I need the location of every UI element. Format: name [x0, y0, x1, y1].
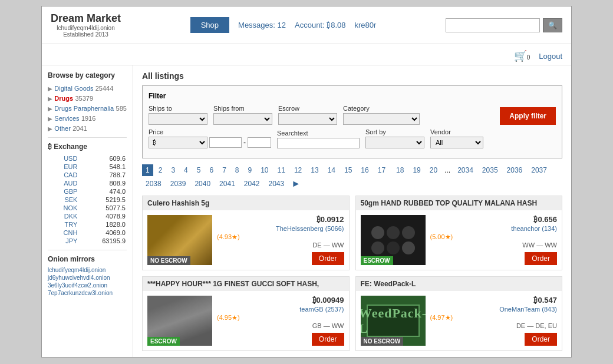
page-3[interactable]: 3: [167, 164, 179, 176]
cat-drugs-para-link[interactable]: Drugs Paraphernalia: [54, 105, 114, 112]
listing-title-1: Culero Hashish 5g: [143, 196, 349, 210]
order-button-1[interactable]: Order: [312, 252, 344, 265]
header-nav: Shop Messages: 12 Account: ₿8.08 kre80r: [190, 17, 377, 33]
escrow-badge-3: ESCROW: [147, 337, 180, 346]
apply-filter-button[interactable]: Apply filter: [500, 107, 556, 125]
listing-vendor-2[interactable]: theanchor (134): [430, 225, 558, 232]
order-button-4[interactable]: Order: [525, 333, 557, 346]
filter-row-1: Ships to Ships from Escrow Category: [149, 105, 556, 125]
exchange-section: ₿ Exchange USD 609.6 EUR 548.1 CAD: [48, 143, 127, 245]
listing-vendor-3[interactable]: teamGB (2537): [217, 306, 344, 313]
filter-box: Filter Ships to Ships from Escrow: [142, 85, 562, 158]
page-6[interactable]: 6: [206, 164, 217, 176]
page-14[interactable]: 14: [324, 164, 339, 176]
listing-info-1: ₿0.0912 TheHeissenberg (5066) (4.93★) DE…: [217, 215, 344, 265]
price-max-input[interactable]: [248, 137, 271, 148]
page-15[interactable]: 15: [341, 164, 355, 176]
page-8[interactable]: 8: [232, 164, 243, 176]
cart-icon[interactable]: 🛒0: [514, 49, 530, 62]
listing-body-3: ESCROW ₿0.00949 teamGB (2537) (4.95★) GB…: [143, 291, 349, 350]
currency-try: TRY: [48, 220, 80, 229]
page-1[interactable]: 1: [142, 164, 153, 176]
page-9[interactable]: 9: [245, 164, 256, 176]
page-12[interactable]: 12: [291, 164, 305, 176]
listing-card-3: ***HAPPY HOUR*** 1G FINEST GUCCI SOFT HA…: [142, 276, 350, 351]
category-select[interactable]: [343, 113, 420, 125]
page-4[interactable]: 4: [180, 164, 192, 176]
order-button-3[interactable]: Order: [312, 333, 344, 346]
vendor-select[interactable]: All: [430, 137, 483, 148]
page-2037[interactable]: 2037: [528, 164, 551, 176]
onion-link-3[interactable]: 3e6ly3uoif4zcw2.onion: [48, 282, 127, 289]
sidebar-item-services[interactable]: ▶ Services 1916: [48, 114, 127, 123]
sort-by-select[interactable]: [365, 137, 424, 148]
username-link[interactable]: kre80r: [355, 21, 377, 29]
escrow-select[interactable]: [278, 113, 337, 125]
page-17[interactable]: 17: [374, 164, 389, 176]
page-20[interactable]: 20: [426, 164, 441, 176]
messages-link[interactable]: Messages: 12: [238, 21, 286, 29]
account-link[interactable]: Account: ₿8.08: [295, 21, 346, 29]
page-2035[interactable]: 2035: [479, 164, 502, 176]
searchtext-input[interactable]: [277, 138, 360, 148]
page-7[interactable]: 7: [219, 164, 230, 176]
price-currency-select[interactable]: ₿: [149, 137, 207, 148]
page-2036[interactable]: 2036: [503, 164, 526, 176]
currency-cad: CAD: [48, 171, 80, 179]
order-button-2[interactable]: Order: [525, 252, 557, 265]
page-13[interactable]: 13: [307, 164, 322, 176]
cat-services-link[interactable]: Services: [54, 115, 79, 122]
cat-other-link[interactable]: Other: [54, 125, 71, 132]
page-10[interactable]: 10: [257, 164, 272, 176]
page-2040[interactable]: 2040: [191, 178, 214, 190]
price-min-input[interactable]: [209, 137, 242, 148]
page-2042[interactable]: 2042: [240, 178, 263, 190]
page-16[interactable]: 16: [357, 164, 372, 176]
browse-category-label: Browse by category: [48, 71, 127, 80]
shop-button[interactable]: Shop: [190, 17, 229, 33]
next-page-arrow[interactable]: ►: [289, 178, 302, 189]
logo: Dream Market lchudifyeqm4ldij.onion Esta…: [51, 12, 121, 38]
page-2043[interactable]: 2043: [265, 178, 288, 190]
listing-rating-3: (4.95★): [217, 314, 344, 322]
listing-info-4: ₿0.547 OneManTeam (843) (4.97★) DE — DE,…: [430, 296, 558, 346]
sidebar-item-other[interactable]: ▶ Other 2041: [48, 124, 127, 133]
listing-card-4: FE: WeedPack-L WeedPack-L NO ESCROW ₿0.5…: [355, 276, 563, 351]
sidebar-item-drugs-para[interactable]: ▶ Drugs Paraphernalia 585: [48, 104, 127, 112]
sidebar-item-drugs[interactable]: ▶ Drugs 35379: [48, 94, 127, 102]
search-button[interactable]: 🔍: [543, 18, 562, 32]
cat-drugs-link[interactable]: Drugs: [54, 95, 73, 102]
listing-info-3: ₿0.00949 teamGB (2537) (4.95★) GB — WW O…: [217, 296, 344, 346]
page-2034[interactable]: 2034: [454, 164, 477, 176]
page-19[interactable]: 19: [409, 164, 424, 176]
exchange-label: ₿ Exchange: [48, 143, 127, 151]
rate-cad: 788.7: [80, 171, 127, 179]
listing-vendor-4[interactable]: OneManTeam (843): [430, 306, 558, 313]
listings-grid: Culero Hashish 5g NO ESCROW ₿0.0912 TheH…: [142, 196, 562, 351]
page-11[interactable]: 11: [274, 164, 289, 176]
price-label: Price: [149, 128, 271, 135]
sidebar-item-digital-goods[interactable]: ▶ Digital Goods 25444: [48, 84, 127, 92]
ships-from-select[interactable]: [213, 113, 272, 125]
page-5[interactable]: 5: [193, 164, 205, 176]
listing-info-2: ₿0.656 theanchor (134) (5.00★) WW — WW O…: [430, 215, 558, 265]
onion-link-2[interactable]: jd6yhuwcivehvdl4.onion: [48, 274, 127, 281]
logout-link[interactable]: Logout: [539, 52, 562, 61]
page-2041[interactable]: 2041: [216, 178, 239, 190]
page-2038[interactable]: 2038: [142, 178, 165, 190]
onion-link-4[interactable]: 7ep7acrkunzdcw3l.onion: [48, 290, 127, 296]
price-group: Price ₿ -: [149, 128, 271, 148]
searchtext-group: Searchtext: [277, 130, 360, 148]
page-18[interactable]: 18: [393, 164, 407, 176]
sort-by-label: Sort by: [365, 128, 424, 135]
exchange-row-cnh: CNH 4069.0: [48, 229, 127, 237]
cat-digital-goods-link[interactable]: Digital Goods: [54, 85, 93, 92]
ships-to-select[interactable]: [149, 113, 207, 125]
page-title: All listings: [142, 71, 562, 81]
listing-vendor-1[interactable]: TheHeissenberg (5066): [217, 225, 344, 232]
rate-jpy: 63195.9: [80, 237, 127, 245]
page-2[interactable]: 2: [155, 164, 166, 176]
search-input[interactable]: [446, 18, 540, 32]
page-2039[interactable]: 2039: [167, 178, 190, 190]
onion-link-1[interactable]: lchudifyeqm4ldij.onion: [48, 267, 127, 273]
